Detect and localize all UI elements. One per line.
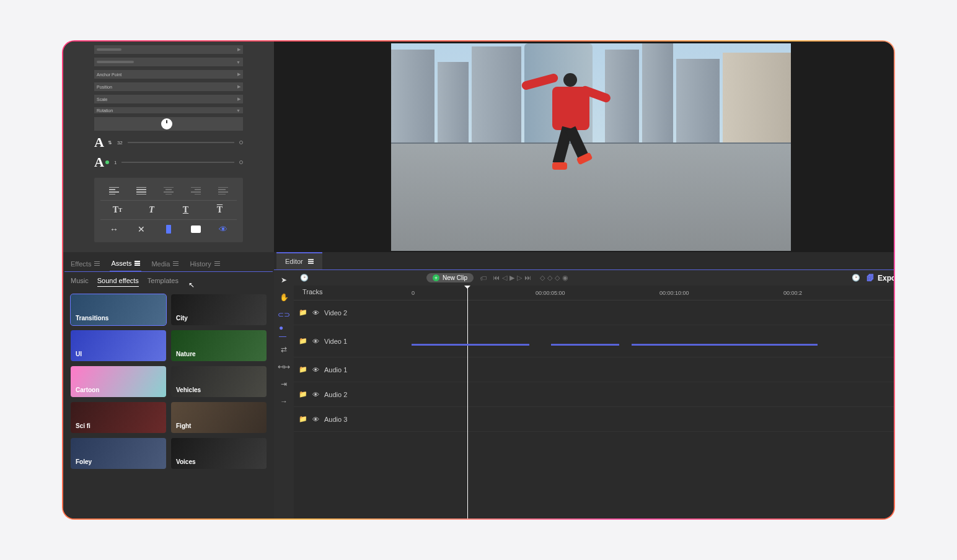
asset-category-city[interactable]: City: [171, 294, 267, 325]
timeline-clip[interactable]: [412, 344, 529, 346]
editor-controls: 🕑 + New Clip 🏷 ⏮ ◁ ▶ ▷ ⏭ ◇ ◇ ◇ ◉ 🕑: [294, 270, 894, 286]
editor-tab-label: Editor: [285, 258, 303, 265]
panel-tab-history[interactable]: History: [188, 257, 221, 271]
ruler-mark: 0: [412, 290, 536, 296]
record-icon[interactable]: ◉: [562, 274, 568, 282]
export-button[interactable]: 🗐 Export: [867, 274, 894, 282]
font-size-icon: A: [94, 136, 104, 149]
align-alt-icon[interactable]: [218, 186, 229, 196]
overline-icon[interactable]: T: [214, 205, 226, 215]
track-row: 📁👁Video 2: [294, 300, 894, 325]
panel-menu-icon[interactable]: [889, 252, 894, 269]
select-tool-icon[interactable]: ➤: [279, 275, 289, 285]
font-size-slider[interactable]: [128, 142, 234, 143]
skip-back-icon[interactable]: ⏮: [493, 274, 500, 282]
export-label: Export: [878, 274, 894, 282]
clock-icon[interactable]: 🕑: [300, 274, 309, 282]
asset-category-vehicles[interactable]: Vehicles: [171, 366, 267, 397]
step-back-icon[interactable]: ◁: [502, 274, 507, 282]
properties-panel: ▶ ▼ Anchor Point▶ Position▶ Scale▶ Rotat…: [63, 42, 274, 252]
align-left-icon[interactable]: [108, 186, 120, 196]
eye-icon[interactable]: 👁: [312, 309, 319, 317]
asset-category-foley[interactable]: Foley: [71, 438, 166, 469]
line-height-row[interactable]: A 1: [94, 154, 243, 170]
eye-icon[interactable]: 👁: [312, 416, 319, 423]
folder-icon[interactable]: 📁: [299, 415, 307, 423]
prop-row[interactable]: ▶: [94, 45, 243, 54]
asset-category-voices[interactable]: Voices: [171, 438, 267, 469]
nav-next-key-icon[interactable]: ◇: [555, 274, 560, 282]
tag-icon[interactable]: 🏷: [480, 274, 487, 282]
timeline-clip[interactable]: [632, 344, 818, 346]
asset-subtab-sound-effects[interactable]: Sound effects: [97, 277, 139, 287]
clear-icon[interactable]: ✕: [136, 224, 147, 234]
underline-icon[interactable]: T: [180, 205, 192, 215]
primary-color-swatch[interactable]: [163, 224, 174, 234]
prop-position[interactable]: Position▶: [94, 82, 243, 91]
keyframe-toggle[interactable]: [239, 141, 243, 144]
preview-video[interactable]: [391, 43, 791, 251]
step-fwd-icon[interactable]: ▷: [517, 274, 522, 282]
export-icon: 🗐: [867, 274, 874, 282]
panel-tab-assets[interactable]: Assets: [110, 257, 141, 272]
align-center-icon[interactable]: [163, 186, 174, 196]
duration-icon[interactable]: 🕑: [852, 274, 860, 282]
folder-icon[interactable]: 📁: [299, 337, 307, 345]
prop-row[interactable]: ▼: [94, 58, 243, 66]
transition-tool-icon[interactable]: →: [279, 396, 289, 406]
asset-category-nature[interactable]: Nature: [171, 330, 267, 361]
asset-category-ui[interactable]: UI: [71, 330, 166, 361]
preview-subject: [534, 62, 608, 173]
align-justify-icon[interactable]: [136, 186, 147, 196]
flip-horizontal-icon[interactable]: ↔: [108, 224, 120, 234]
italic-icon[interactable]: T: [146, 205, 157, 215]
track-row: 📁👁Audio 3: [294, 407, 894, 432]
folder-icon[interactable]: 📁: [299, 365, 307, 374]
keyframe-toggle[interactable]: [239, 160, 243, 164]
play-icon[interactable]: ▶: [509, 274, 514, 282]
skip-fwd-icon[interactable]: ⏭: [524, 274, 531, 282]
align-right-icon[interactable]: [190, 186, 201, 196]
track-row: 📁👁Video 1: [294, 325, 894, 357]
timeline-ruler[interactable]: Tracks 0 00:00:05:00 00:00:10:00 00:00:2: [294, 286, 894, 300]
font-size-row[interactable]: A ⇅ 32: [94, 134, 243, 151]
new-clip-button[interactable]: + New Clip: [426, 273, 474, 282]
prop-scale[interactable]: Scale▶: [94, 95, 243, 103]
hand-tool-icon[interactable]: ✋: [279, 292, 289, 302]
line-height-value: 1: [114, 160, 117, 165]
asset-category-fight[interactable]: Fight: [171, 402, 267, 433]
folder-icon[interactable]: 📁: [299, 308, 307, 317]
marker-tool-icon[interactable]: ●—: [279, 327, 289, 337]
visibility-icon[interactable]: 👁: [218, 224, 229, 234]
ripple-tool-icon[interactable]: ⇄: [279, 344, 289, 354]
caps-icon[interactable]: TT: [112, 205, 123, 215]
asset-category-sci-fi[interactable]: Sci fi: [71, 402, 166, 433]
asset-subtab-templates[interactable]: Templates: [148, 277, 179, 287]
timeline-clip[interactable]: [551, 344, 619, 346]
prop-rotation[interactable]: Rotation▼: [94, 107, 243, 113]
track-name: Audio 2: [324, 391, 347, 398]
panel-tab-media[interactable]: Media: [150, 257, 180, 271]
prop-anchor-point[interactable]: Anchor Point▶: [94, 70, 243, 79]
slip-tool-icon[interactable]: ↤↦: [279, 362, 289, 372]
asset-subtab-music[interactable]: Music: [71, 277, 89, 287]
eye-icon[interactable]: 👁: [312, 338, 319, 345]
link-tool-icon[interactable]: ⊂⊃: [279, 310, 289, 320]
editor-tab[interactable]: Editor: [276, 252, 322, 269]
eye-icon[interactable]: 👁: [312, 391, 319, 398]
bg-color-swatch[interactable]: [190, 224, 201, 234]
slide-tool-icon[interactable]: ⇥: [279, 379, 289, 389]
nav-prev-key-icon[interactable]: ◇: [547, 274, 552, 282]
asset-category-cartoon[interactable]: Cartoon: [71, 366, 166, 397]
nav-diamond-icon[interactable]: ◇: [540, 274, 545, 282]
line-height-slider[interactable]: [121, 162, 234, 163]
ruler-mark: 00:00:10:00: [659, 290, 783, 296]
menu-icon[interactable]: [308, 259, 314, 264]
folder-icon[interactable]: 📁: [299, 390, 307, 398]
rotation-dial[interactable]: [94, 117, 243, 131]
track-row: 📁👁Audio 2: [294, 382, 894, 407]
asset-category-transitions[interactable]: Transitions: [71, 294, 166, 325]
line-height-icon: A: [94, 155, 104, 169]
panel-tab-effects[interactable]: Effects: [69, 257, 101, 271]
eye-icon[interactable]: 👁: [312, 366, 319, 374]
